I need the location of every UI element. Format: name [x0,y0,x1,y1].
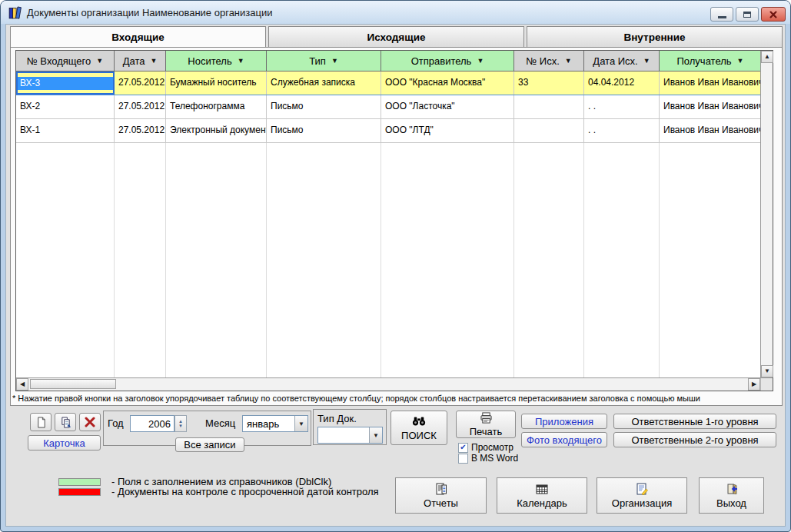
tab-bar: ВходящиеИсходящиеВнутренние [10,26,783,47]
table-cell[interactable] [514,95,584,118]
table-cell[interactable]: ВХ-1 [16,119,115,142]
vertical-scrollbar[interactable]: ▲ ▼ [760,51,773,377]
copy-document-button[interactable] [55,413,76,431]
tab-outgoing[interactable]: Исходящие [268,26,524,47]
organization-button[interactable]: Организация [597,477,687,514]
dropdown-arrow-icon[interactable]: ▼ [369,427,382,443]
app-window: Документы организации Наименование орган… [0,0,791,532]
table-cell[interactable]: . . [584,95,660,118]
table-cell[interactable]: ООО "ЛТД" [381,119,514,142]
table-header-row: № Входящего▼Дата▼Носитель▼Тип▼Отправител… [16,51,760,71]
table-row[interactable]: ВХ-227.05.2012ТелефонограммаПисьмоООО "Л… [16,95,760,119]
scrollbar-corner [760,378,773,391]
legend-item: - Документы на контроле с просроченной д… [58,486,379,497]
photo-button[interactable]: Фото входящего [521,432,607,447]
legend-swatch [58,488,101,496]
column-header-2[interactable]: Дата▼ [115,51,166,71]
table-cell[interactable]: 27.05.2012 [115,95,166,118]
column-header-8[interactable]: Получатель▼ [660,51,760,71]
sort-arrow-icon: ▼ [477,58,484,65]
table-cell[interactable]: 27.05.2012 [115,119,166,142]
table-cell[interactable]: . . [584,119,660,142]
table-cell[interactable]: Иванов Иван Иванович [660,119,760,142]
table-cell[interactable]: 27.05.2012 [115,71,166,95]
msword-checkbox[interactable]: В MS Word [458,453,518,464]
horizontal-scroll-thumb[interactable] [30,379,116,389]
year-spinner[interactable]: ▲ ▼ [174,415,187,432]
empty-cell-column [381,143,514,377]
tab-incoming[interactable]: Входящие [10,26,266,47]
column-label: Получатель [677,55,732,67]
column-label: № Входящего [27,55,91,67]
report-icon [434,483,448,495]
empty-cell-column [660,143,760,377]
attachments-button[interactable]: Приложения [521,414,607,429]
empty-cell-column [267,143,381,377]
responsible-level1-button[interactable]: Ответственные 1-го уровня [613,414,776,429]
delete-icon [85,417,95,427]
table-cell[interactable]: Иванов Иван Иванович [660,95,760,118]
month-select[interactable]: январь ▼ [242,415,308,432]
window-title: Документы организации Наименование орган… [27,7,272,18]
table-cell[interactable] [514,119,584,142]
tab-internal[interactable]: Внутренние [527,26,783,47]
scroll-up-button[interactable]: ▲ [761,51,773,63]
table-cell[interactable]: Телефонограмма [166,95,267,118]
table-row[interactable]: ВХ-327.05.2012Бумажный носительСлужебная… [16,71,760,95]
minimize-button[interactable] [710,7,733,22]
table-cell[interactable]: ВХ-3 [16,71,115,95]
sort-arrow-icon: ▼ [331,58,338,65]
month-label: Месяц [205,417,235,429]
table-cell[interactable]: 04.04.2012 [584,71,660,95]
table-cell[interactable]: Электронный документ [166,119,267,142]
empty-cell-column [514,143,584,377]
legend-text: - Документы на контроле с просроченной д… [111,486,379,497]
new-document-button[interactable] [30,413,52,431]
search-button[interactable]: ПОИСК [391,411,447,445]
checkbox-checked-icon: ✔ [458,443,468,453]
reports-button[interactable]: Отчеты [395,477,487,514]
print-button[interactable]: Печать [456,411,516,438]
organization-button-label: Организация [612,497,672,509]
table-cell[interactable]: ООО "Ласточка" [381,95,514,118]
preview-checkbox-label: Просмотр [471,442,513,453]
calendar-button[interactable]: Календарь [497,477,587,514]
scroll-down-button[interactable]: ▼ [761,365,773,377]
table-cell[interactable]: Бумажный носитель [166,71,267,95]
table-cell[interactable]: 33 [514,71,584,95]
table-cell[interactable]: ООО "Красная Москва" [381,71,514,95]
doc-type-select[interactable]: ▼ [317,427,383,444]
table-row[interactable]: ВХ-127.05.2012Электронный документПисьмо… [16,119,760,143]
scroll-right-button[interactable]: ▶ [748,378,760,391]
column-header-6[interactable]: № Исх.▼ [514,51,584,71]
spin-down-icon[interactable]: ▼ [178,424,183,428]
column-header-3[interactable]: Носитель▼ [166,51,267,71]
table-cell[interactable]: Иванов Иван Иванович [660,71,760,95]
column-label: Дата Исх. [593,55,637,67]
table-cell[interactable]: Служебная записка [267,71,381,95]
scroll-left-button[interactable]: ◀ [16,378,28,391]
column-header-4[interactable]: Тип▼ [267,51,381,71]
year-input[interactable] [130,415,174,432]
doc-type-label: Тип Док. [317,413,357,424]
table-cell[interactable]: Письмо [267,95,381,118]
table-cell[interactable]: Письмо [267,119,381,142]
sort-arrow-icon: ▼ [150,58,157,65]
column-header-7[interactable]: Дата Исх.▼ [584,51,660,71]
dropdown-arrow-icon[interactable]: ▼ [294,416,307,431]
horizontal-scrollbar[interactable]: ◀ ▶ [16,378,760,391]
column-header-5[interactable]: Отправитель▼ [381,51,514,71]
maximize-button[interactable] [736,7,759,22]
year-label: Год [108,417,124,429]
close-button[interactable] [761,7,786,22]
all-records-button[interactable]: Все записи [175,437,244,452]
exit-button[interactable]: Выход [699,477,764,514]
delete-document-button[interactable] [79,413,101,431]
responsible-level2-button[interactable]: Ответственные 2-го уровня [613,432,776,447]
card-button[interactable]: Карточка [28,435,101,451]
table-cell[interactable]: ВХ-2 [16,95,115,118]
vertical-scroll-track[interactable] [761,63,773,365]
horizontal-scroll-track[interactable] [28,378,748,391]
preview-checkbox[interactable]: ✔ Просмотр [458,442,513,453]
column-header-1[interactable]: № Входящего▼ [16,51,115,71]
